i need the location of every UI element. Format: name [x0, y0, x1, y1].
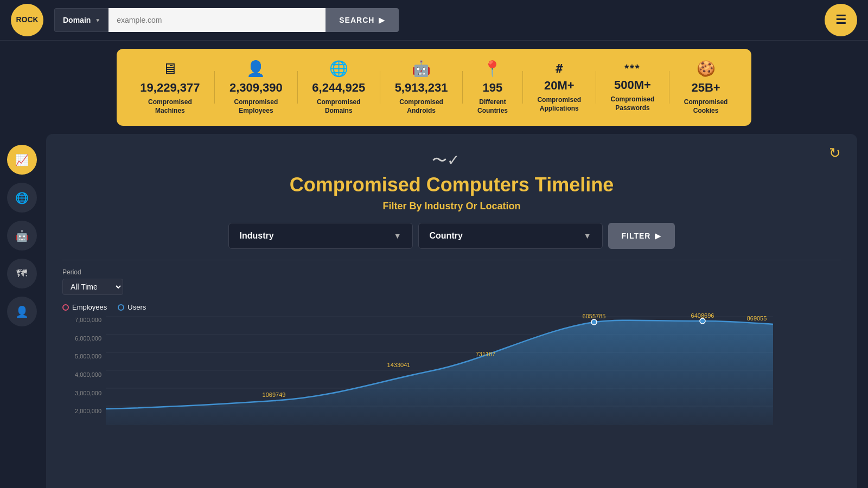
y-label-6m: 6,000,000 [62, 335, 101, 342]
machines-label: CompromisedMachines [148, 98, 192, 115]
label-6055785: 6055785 [583, 313, 606, 319]
chart-subtitle: Filter By Industry Or Location [62, 201, 841, 212]
machines-icon: 🖥 [162, 60, 177, 78]
chart-svg: 1069749 1433041 731187 6055785 6408696 8… [106, 317, 773, 425]
filter-row: Industry ▼ Country ▼ FILTER ▶ [62, 223, 841, 249]
countries-icon: 📍 [483, 60, 502, 78]
domains-number: 6,244,925 [312, 81, 365, 95]
sidebar-item-map[interactable]: 🗺 [7, 259, 37, 288]
applications-icon: # [556, 62, 563, 75]
divider-5 [522, 71, 523, 104]
divider-1 [214, 71, 215, 104]
android-icon: 🤖 [15, 229, 29, 242]
country-label: Country [430, 231, 463, 241]
chart-area: Period All Time Last Year Last Month Emp… [62, 260, 841, 425]
stat-domains: 🌐 6,244,925 CompromisedDomains [312, 60, 365, 115]
search-input[interactable] [108, 8, 326, 32]
machines-number: 19,229,377 [140, 81, 200, 95]
label-731187: 731187 [476, 351, 496, 357]
search-arrow-icon: ▶ [379, 16, 385, 24]
label-1069749: 1069749 [263, 391, 286, 398]
androids-number: 5,913,231 [395, 81, 448, 95]
sidebar-item-globe[interactable]: 🌐 [7, 183, 37, 213]
industry-dropdown[interactable]: Industry ▼ [228, 223, 413, 249]
main-layout: 📈 🌐 🤖 🗺 👤 ↻ 〜✓ Compromised Computers Tim… [0, 134, 868, 488]
users-legend-dot [118, 304, 124, 311]
y-label-5m: 5,000,000 [62, 353, 101, 359]
stat-countries: 📍 195 DifferentCountries [477, 60, 508, 115]
stat-cookies: 🍪 25B+ CompromisedCookies [684, 60, 728, 115]
applications-number: 20M+ [544, 79, 575, 93]
label-6408696: 6408696 [691, 312, 714, 319]
cookies-number: 25B+ [692, 81, 720, 95]
filter-button[interactable]: FILTER ▶ [608, 223, 675, 249]
passwords-icon: *** [624, 62, 640, 75]
industry-chevron-icon: ▼ [394, 232, 401, 240]
y-label-2m: 2,000,000 [62, 408, 101, 414]
divider-6 [596, 71, 596, 104]
domain-chevron-icon: ▼ [95, 17, 100, 23]
stat-androids: 🤖 5,913,231 CompromisedAndroids [395, 60, 448, 115]
domains-icon: 🌐 [329, 60, 348, 78]
sidebar: 📈 🌐 🤖 🗺 👤 [0, 134, 43, 488]
passwords-number: 500M+ [614, 78, 651, 92]
androids-icon: 🤖 [412, 60, 431, 78]
countries-number: 195 [483, 81, 503, 95]
person-icon: 👤 [15, 305, 29, 318]
logo: ROCK [11, 4, 43, 36]
datapoint-6055785 [591, 319, 597, 325]
y-axis: 7,000,000 6,000,000 5,000,000 4,000,000 … [62, 317, 106, 425]
domain-selector[interactable]: Domain ▼ [54, 8, 108, 32]
globe-icon: 🌐 [15, 191, 29, 204]
label-869055: 869055 [747, 315, 767, 322]
domains-label: CompromisedDomains [317, 98, 361, 115]
country-dropdown[interactable]: Country ▼ [418, 223, 603, 249]
cookies-icon: 🍪 [697, 60, 716, 78]
employees-label: CompromisedEmployees [234, 98, 278, 115]
stats-bar: 🖥 19,229,377 CompromisedMachines 👤 2,309… [117, 49, 751, 126]
hamburger-icon: ☰ [835, 13, 846, 27]
employees-number: 2,309,390 [229, 81, 283, 95]
search-button[interactable]: SEARCH ▶ [326, 8, 399, 32]
hamburger-button[interactable]: ☰ [825, 4, 857, 36]
filter-arrow-icon: ▶ [655, 232, 661, 240]
y-label-4m: 4,000,000 [62, 371, 101, 378]
legend-users-label: Users [127, 303, 146, 311]
sidebar-item-android[interactable]: 🤖 [7, 221, 37, 251]
map-icon: 🗺 [16, 267, 27, 280]
domain-label: Domain [63, 16, 91, 24]
divider-4 [462, 71, 463, 104]
search-button-label: SEARCH [339, 16, 374, 24]
chart-title: Compromised Computers Timeline [62, 174, 841, 196]
employees-legend-dot [62, 304, 69, 311]
stat-passwords: *** 500M+ CompromisedPasswords [611, 62, 655, 112]
country-chevron-icon: ▼ [584, 232, 591, 240]
legend-employees-label: Employees [72, 303, 107, 311]
chart-legend: Employees Users [62, 303, 841, 311]
y-label-7m: 7,000,000 [62, 317, 101, 323]
refresh-button[interactable]: ↻ [829, 145, 841, 162]
applications-label: CompromisedApplications [537, 96, 581, 113]
chart-area-fill [106, 320, 773, 425]
stat-machines: 🖥 19,229,377 CompromisedMachines [140, 60, 200, 115]
y-label-3m: 3,000,000 [62, 390, 101, 396]
cookies-label: CompromisedCookies [684, 98, 728, 115]
label-1433041: 1433041 [387, 362, 411, 368]
trend-icon: 〜✓ [62, 150, 841, 171]
androids-label: CompromisedAndroids [399, 98, 443, 115]
chart-header: 〜✓ Compromised Computers Timeline Filter… [62, 145, 841, 212]
period-selector: All Time Last Year Last Month [62, 279, 841, 295]
divider-7 [669, 71, 669, 104]
sidebar-item-person[interactable]: 👤 [7, 297, 37, 326]
analytics-icon: 📈 [15, 153, 29, 166]
passwords-label: CompromisedPasswords [611, 95, 655, 112]
stat-applications: # 20M+ CompromisedApplications [537, 62, 581, 113]
filter-button-label: FILTER [622, 232, 651, 240]
header: ROCK Domain ▼ SEARCH ▶ ☰ [0, 0, 868, 41]
main-content: ↻ 〜✓ Compromised Computers Timeline Filt… [46, 134, 857, 488]
legend-employees: Employees [62, 303, 107, 311]
period-select[interactable]: All Time Last Year Last Month [62, 279, 123, 295]
sidebar-item-analytics[interactable]: 📈 [7, 145, 37, 175]
period-label: Period [62, 268, 841, 276]
search-area: Domain ▼ SEARCH ▶ [54, 8, 825, 32]
